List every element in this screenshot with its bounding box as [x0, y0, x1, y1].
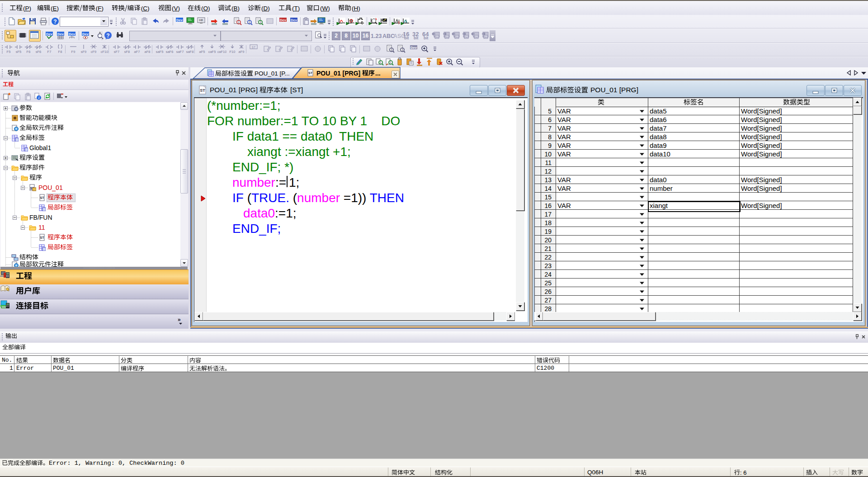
svg-text:Dev: Dev [464, 36, 469, 38]
svg-text:Dev: Dev [434, 36, 439, 38]
svg-text:sF5: sF5 [16, 50, 22, 53]
svg-text:sF6: sF6 [36, 50, 42, 53]
svg-text:saF8: saF8 [186, 50, 194, 53]
svg-text:aF9: aF9 [239, 50, 245, 53]
svg-text:aF5: aF5 [199, 50, 205, 53]
svg-text:cF9: cF9 [91, 50, 97, 53]
svg-text:caF5: caF5 [208, 50, 216, 53]
svg-text:sF9: sF9 [81, 50, 87, 53]
svg-text:aF7: aF7 [134, 50, 140, 53]
svg-text:sF7: sF7 [114, 50, 120, 53]
svg-text:ST: ST [200, 88, 205, 93]
svg-text:Dev: Dev [82, 32, 89, 36]
svg-text:Dev: Dev [46, 32, 53, 36]
svg-text:ST: ST [252, 46, 256, 49]
svg-text:F5: F5 [7, 50, 11, 53]
svg-text:?: ? [106, 33, 109, 39]
svg-text:aF8: aF8 [145, 50, 151, 53]
svg-text:Dev: Dev [444, 36, 449, 38]
svg-text:F8: F8 [58, 50, 62, 53]
svg-text:ST: ST [308, 71, 313, 75]
svg-text:F6: F6 [27, 50, 31, 53]
svg-text:Dev: Dev [291, 18, 297, 22]
svg-text:sF8: sF8 [124, 50, 130, 53]
svg-text:ST: ST [40, 236, 45, 239]
svg-text:F9: F9 [71, 50, 75, 53]
svg-text:HK: HK [199, 19, 203, 22]
svg-text:saF6: saF6 [166, 50, 174, 53]
svg-text:Dev: Dev [176, 18, 183, 22]
svg-text:Dev: Dev [69, 32, 75, 36]
svg-text:F7: F7 [47, 50, 52, 53]
svg-text:Dev: Dev [454, 36, 459, 38]
svg-text:saF7: saF7 [176, 50, 184, 53]
svg-text:Dev: Dev [474, 36, 479, 38]
svg-text:F10: F10 [230, 50, 236, 53]
svg-text:Dev: Dev [280, 18, 287, 22]
svg-text:Dev: Dev [483, 36, 488, 38]
svg-text:?: ? [53, 19, 57, 25]
svg-text:cF10: cF10 [101, 50, 108, 53]
svg-text:ST: ST [40, 196, 45, 199]
svg-text:caF10: caF10 [217, 50, 226, 53]
svg-text:Dev: Dev [410, 46, 417, 50]
svg-text:Dev: Dev [57, 32, 64, 36]
svg-text:saF5: saF5 [156, 50, 164, 53]
